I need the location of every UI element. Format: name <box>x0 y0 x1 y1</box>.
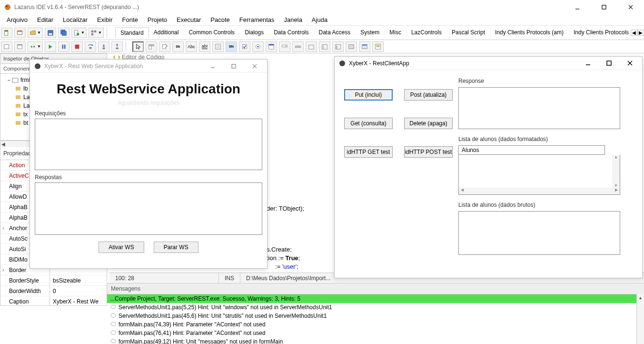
get-button[interactable]: Get (consulta) <box>344 118 393 129</box>
component-label[interactable]: Abc <box>186 41 197 52</box>
menu-ferramentas[interactable]: Ferramentas <box>235 15 279 24</box>
rws-close-button[interactable] <box>246 61 263 71</box>
main-close-button[interactable] <box>621 1 640 13</box>
component-checkbox[interactable] <box>239 41 250 52</box>
component-checkgroup[interactable] <box>332 41 344 52</box>
rws-responses-memo[interactable] <box>35 182 262 235</box>
alunos-treeview[interactable]: ▲▼ ◀▶ <box>458 155 620 195</box>
message-compile-success[interactable]: ...Compile Project, Target: ServerREST.e… <box>107 294 644 303</box>
run-button[interactable] <box>45 41 56 52</box>
menu-projeto[interactable]: Projeto <box>143 15 172 24</box>
pause-button[interactable] <box>58 41 69 52</box>
menu-localizar[interactable]: Localizar <box>58 15 92 24</box>
component-button[interactable]: 0k <box>172 41 184 52</box>
rca-titlebar[interactable]: XyberX - RestClientApp <box>335 57 642 70</box>
message-hint-5[interactable]: formMain.pas(49,12) Hint: Unit "messages… <box>107 337 644 344</box>
rca-minimize-button[interactable] <box>579 58 596 69</box>
save-button[interactable] <box>45 28 56 38</box>
view-forms-button[interactable] <box>14 41 26 52</box>
new-item-button[interactable]: ▼ <box>71 28 87 38</box>
scroll-up-icon[interactable]: ▲ <box>637 294 644 302</box>
post-button[interactable]: Post (atualiza) <box>404 89 453 101</box>
alunos-input[interactable] <box>458 145 605 155</box>
tab-data-access[interactable]: Data Access <box>314 27 356 38</box>
component-listbox[interactable] <box>266 41 277 52</box>
component-edit[interactable]: abI <box>199 41 210 52</box>
tab-indy-am[interactable]: Indy Clients Protocols (am) <box>490 27 569 38</box>
tree-vscroll[interactable]: ▲▼ <box>612 155 620 188</box>
new-form-button[interactable] <box>14 28 26 38</box>
save-all-button[interactable] <box>58 28 69 38</box>
tab-indy-nz[interactable]: Indy Clients Protocols (nz) <box>569 27 631 38</box>
component-combobox[interactable] <box>279 41 290 52</box>
messages-header: Mensagens <box>107 283 644 294</box>
menu-pacote[interactable]: Pacote <box>206 15 234 24</box>
rws-minimize-button[interactable] <box>204 61 221 71</box>
idhttp-post-button[interactable]: idHTTP POST test <box>404 146 453 158</box>
tab-lazcontrols[interactable]: LazControls <box>406 27 447 38</box>
rws-titlebar[interactable]: XyberX - Rest Web Service Application <box>30 60 267 73</box>
message-hint-1[interactable]: ServerMethodsUnit1.pas(5,25) Hint: Unit … <box>107 303 644 312</box>
toggle-form-unit-button[interactable]: ▼ <box>28 41 43 52</box>
menu-janela[interactable]: Janela <box>279 15 307 24</box>
response-memo[interactable] <box>458 87 620 129</box>
component-togglebox[interactable]: 0N <box>226 41 237 52</box>
menu-ajuda[interactable]: Ajuda <box>307 15 332 24</box>
menu-arquivo[interactable]: Arquivo <box>2 15 32 24</box>
step-over-button[interactable] <box>85 41 96 52</box>
step-into-button[interactable] <box>98 41 109 52</box>
component-memo[interactable] <box>212 41 224 52</box>
rws-requests-memo[interactable] <box>35 119 262 170</box>
rws-responses-label: Respostas <box>30 170 267 182</box>
component-radiogroup[interactable] <box>319 41 330 52</box>
delete-button[interactable]: Delete (apaga) <box>404 118 453 129</box>
component-pointer[interactable] <box>132 41 144 52</box>
tab-scroll-right[interactable]: ▶ <box>637 30 644 36</box>
tab-misc[interactable]: Misc <box>385 27 406 38</box>
component-popupmenu[interactable] <box>159 41 170 52</box>
menu-fonte[interactable]: Fonte <box>118 15 143 24</box>
view-units-button[interactable] <box>1 41 12 52</box>
main-maximize-button[interactable] <box>594 1 614 13</box>
tab-additional[interactable]: Additional <box>149 27 184 38</box>
message-hint-4[interactable]: formMain.pas(76,41) Hint: Parameter "ACo… <box>107 329 644 337</box>
manage-desktops-button[interactable]: ▼ <box>89 28 104 38</box>
menu-exibir[interactable]: Exibir <box>92 15 118 24</box>
component-groupbox[interactable] <box>306 41 317 52</box>
step-out-button[interactable] <box>111 41 123 52</box>
component-mainmenu[interactable] <box>146 41 157 52</box>
message-hint-2[interactable]: ServerMethodsUnit1.pas(45,6) Hint: Unit … <box>107 312 644 320</box>
rws-maximize-button[interactable] <box>225 61 242 71</box>
rws-activate-button[interactable]: Ativar WS <box>99 242 144 253</box>
component-actionlist[interactable] <box>372 41 384 52</box>
tab-data-controls[interactable]: Data Controls <box>269 27 314 38</box>
rca-close-button[interactable] <box>621 58 638 69</box>
tab-dialogs[interactable]: Dialogs <box>240 27 269 38</box>
menu-executar[interactable]: Executar <box>172 15 206 24</box>
new-unit-button[interactable] <box>1 28 12 38</box>
component-scrollbar[interactable] <box>292 41 304 52</box>
message-hint-3[interactable]: formMain.pas(74,39) Hint: Parameter "ACo… <box>107 320 644 329</box>
rca-maximize-button[interactable] <box>600 58 617 69</box>
messages-scrollbar[interactable]: ▲ <box>636 294 644 344</box>
menu-editar[interactable]: Editar <box>32 15 58 24</box>
tab-standard[interactable]: Standard <box>115 27 149 38</box>
tab-scroll-left[interactable]: ◀ <box>631 30 637 36</box>
open-button[interactable]: ▼ <box>28 28 43 38</box>
rws-stop-button[interactable]: Parar WS <box>154 242 198 253</box>
lazarus-icon <box>4 3 11 11</box>
svg-rect-31 <box>149 46 151 49</box>
tab-pascal-script[interactable]: Pascal Script <box>447 27 490 38</box>
stop-button[interactable] <box>71 41 83 52</box>
tab-common-controls[interactable]: Common Controls <box>184 27 240 38</box>
main-minimize-button[interactable] <box>568 1 587 13</box>
component-radiobutton[interactable] <box>252 41 264 52</box>
idhttp-get-button[interactable]: idHTTP GET test <box>344 146 393 158</box>
raw-memo[interactable] <box>458 211 620 255</box>
put-button[interactable]: Put (inclui) <box>344 89 393 101</box>
svg-rect-7 <box>5 30 8 31</box>
component-panel[interactable] <box>346 41 357 52</box>
component-frame[interactable] <box>359 41 370 52</box>
tab-system[interactable]: System <box>356 27 385 38</box>
tree-hscroll[interactable]: ◀▶ <box>459 188 620 194</box>
